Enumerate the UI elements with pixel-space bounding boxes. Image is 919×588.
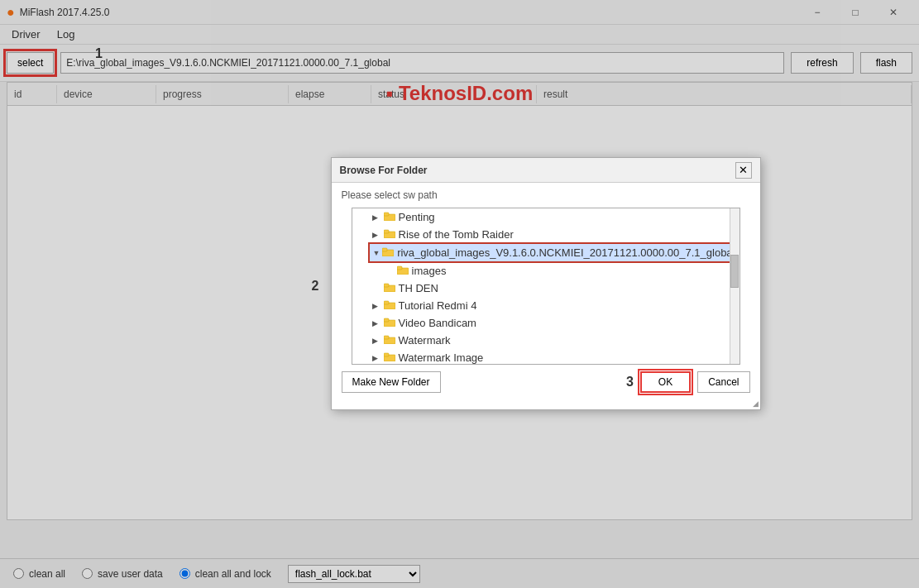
ok-button[interactable]: OK (640, 371, 691, 393)
chevron-icon: ▼ (373, 249, 383, 257)
svg-rect-13 (384, 318, 389, 322)
folder-icon (384, 334, 395, 347)
dialog-titlebar: Browse For Folder ✕ (332, 158, 760, 183)
tree-item-watermark[interactable]: ▶ Watermark (369, 332, 740, 349)
chevron-icon: ▶ (372, 354, 384, 362)
folder-icon (384, 211, 395, 223)
dialog-subtitle: Please select sw path (332, 183, 760, 208)
tree-item-label: riva_global_images_V9.1.6.0.NCKMIEI_2017… (397, 246, 735, 259)
tree-item-label: TH DEN (399, 282, 438, 294)
tree-item-watermark-image[interactable]: ▶ Watermark Image (369, 349, 740, 365)
tree-item-video-bandicam[interactable]: ▶ Video Bandicam (369, 314, 740, 332)
folder-tree[interactable]: ▶ Penting ▶ Rise of the Tomb Raider (352, 208, 740, 365)
svg-rect-15 (384, 336, 389, 339)
cancel-button[interactable]: Cancel (697, 371, 749, 393)
scrollbar-thumb[interactable] (730, 255, 739, 288)
browse-folder-dialog: Browse For Folder ✕ Please select sw pat… (331, 157, 761, 410)
resize-grip: ◢ (332, 399, 760, 409)
dialog-footer: Make New Folder 3 OK Cancel (332, 365, 760, 399)
svg-rect-1 (384, 213, 389, 216)
tree-item-tomb-raider[interactable]: ▶ Rise of the Tomb Raider (369, 226, 740, 243)
step3-label: 3 (626, 375, 634, 390)
chevron-icon: ▶ (372, 231, 384, 239)
svg-rect-3 (384, 230, 389, 233)
svg-rect-17 (384, 353, 389, 356)
tree-item-th-den[interactable]: TH DEN (369, 280, 740, 297)
tree-item-label: Penting (399, 211, 435, 223)
folder-icon (384, 228, 395, 241)
chevron-icon: ▶ (372, 302, 384, 310)
tree-item-penting[interactable]: ▶ Penting (369, 208, 740, 226)
dialog-close-button[interactable]: ✕ (735, 162, 752, 179)
svg-rect-5 (382, 248, 387, 251)
tree-item-label: Rise of the Tomb Raider (399, 228, 514, 241)
tree-item-riva-global[interactable]: ▼ riva_global_images_V9.1.6.0.NCKMIEI_20… (369, 243, 740, 262)
tree-item-label: Watermark (399, 334, 451, 347)
tree-item-images[interactable]: images (382, 262, 740, 280)
dialog-title: Browse For Folder (340, 165, 735, 176)
tree-item-label: images (412, 265, 447, 277)
chevron-icon: ▶ (372, 337, 384, 345)
folder-icon (384, 282, 395, 294)
folder-icon (384, 351, 395, 364)
chevron-icon: ▶ (372, 319, 384, 327)
step2-label: 2 (312, 279, 319, 294)
make-new-folder-button[interactable]: Make New Folder (342, 371, 441, 393)
svg-rect-9 (384, 284, 389, 287)
folder-open-icon (382, 246, 394, 259)
folder-icon (384, 317, 395, 329)
folder-icon (384, 299, 395, 312)
tree-item-tutorial-redmi[interactable]: ▶ Tutorial Redmi 4 (369, 297, 740, 314)
folder-icon (397, 265, 409, 277)
tree-item-label: Tutorial Redmi 4 (399, 299, 477, 312)
chevron-icon: ▶ (372, 213, 384, 222)
dialog-overlay: Browse For Folder ✕ Please select sw pat… (0, 0, 919, 588)
tree-item-label: Watermark Image (399, 351, 484, 364)
scrollbar-track[interactable] (730, 208, 740, 364)
svg-rect-11 (384, 301, 389, 304)
svg-rect-7 (397, 266, 402, 270)
tree-item-label: Video Bandicam (399, 317, 476, 329)
